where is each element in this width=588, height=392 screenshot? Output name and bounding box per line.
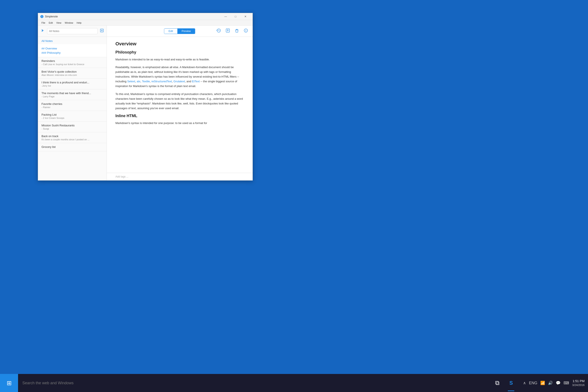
notes-list: All Notes ## Overview ### Philosophy Rem… [38,37,106,180]
taskbar-clock[interactable]: 1:51 PM 3/24/2016 [572,379,584,387]
menu-bar: File Edit View Window Help [38,20,252,26]
taskbar-search-input[interactable] [22,381,484,385]
start-button[interactable]: ⊞ [0,374,18,392]
tags-area: Add tags ... [107,173,252,180]
edit-tab[interactable]: Edit [164,28,177,34]
delete-icon-button[interactable] [234,27,240,35]
note-preview: - Larry Page [42,95,103,98]
list-item[interactable]: Favorite cherries - Rainier [38,100,106,111]
note-preview: - Rainier [42,106,103,108]
menu-help[interactable]: Help [75,20,83,26]
note-preview: -Jony Ive [42,84,103,87]
active-note-tag1: ## Overview [42,46,103,51]
content-area: Edit Preview [107,26,252,180]
taskbar: ⊞ ⧉ S ∧ ENG 📶 🔊 💬 ⌨ 1:51 PM 3/24/2016 [0,374,588,392]
content-heading2: Philosophy [116,50,244,54]
content-heading1: Overview [116,41,244,47]
link-atx[interactable]: atx [137,80,140,83]
note-title: Reminders [42,59,103,62]
list-item[interactable]: The moments that we have with friend... … [38,90,106,100]
sidebar-header [38,26,106,37]
window-title: Simplenote [45,15,221,18]
note-preview: - Call Lisa re: buying our ticket to Gre… [42,63,103,66]
all-notes-label: All Notes [42,39,53,42]
note-preview: It's been a couple months since I posted… [42,138,103,141]
title-bar: S Simplenote — □ ✕ [38,13,252,20]
active-note-item[interactable]: ## Overview ### Philosophy [38,44,106,57]
list-item[interactable]: I think there is a profound and enduri..… [38,79,106,90]
note-title: The moments that we have with friend... [42,92,103,95]
notification-icon[interactable]: 💬 [556,380,560,385]
taskbar-simplenote[interactable]: S [504,374,518,392]
note-preview: - Suogi [42,128,103,130]
link-ettext[interactable]: EtText [192,80,200,83]
link-grutatext[interactable]: Grutatext [174,80,185,83]
clock-time: 1:51 PM [572,379,584,383]
app-logo-icon: S [40,15,44,18]
history-icon-button[interactable] [216,27,222,35]
content-body: Overview Philosophy Markdown is intended… [107,37,252,173]
list-item[interactable]: Bret Victor's quote collection Alan Moor… [38,68,106,79]
list-item[interactable]: Mission Sushi Restaurants - Suogi [38,122,106,132]
all-notes-header: All Notes [38,37,106,44]
link-setext[interactable]: Setext [127,80,135,83]
simplenote-taskbar-icon: S [509,380,513,386]
preview-tab[interactable]: Preview [177,28,195,34]
taskbar-apps: ⧉ S [489,374,520,392]
maximize-button[interactable]: □ [230,13,240,20]
window-controls: — □ ✕ [221,13,250,20]
menu-file[interactable]: File [40,20,47,26]
svg-text:S: S [41,16,43,18]
volume-icon[interactable]: 🔊 [548,380,553,385]
note-title: Grocery list [42,145,103,148]
share-icon-button[interactable] [224,27,231,35]
taskbar-search-area [18,374,489,392]
info-icon-button[interactable] [243,27,249,35]
content-toolbar: Edit Preview [107,26,252,37]
menu-edit[interactable]: Edit [47,20,54,26]
taskbar-task-view[interactable]: ⧉ [491,374,504,392]
content-para2: Readability, however, is emphasized abov… [116,65,244,88]
content-heading3: Inline HTML [116,114,244,118]
content-para1: Markdown is intended to be as easy-to-re… [116,57,244,62]
clock-date: 3/24/2016 [572,383,584,387]
menu-view[interactable]: View [54,20,63,26]
note-title: Mission Sushi Restaurants [42,124,103,127]
search-input[interactable] [47,28,98,34]
windows-icon: ⊞ [7,380,12,387]
note-title: Packing List [42,113,103,116]
task-view-icon: ⧉ [495,380,500,387]
chevron-up-icon[interactable]: ∧ [523,380,526,385]
list-item[interactable]: Packing List - 2 Ice Cream Scoops [38,111,106,122]
list-item[interactable]: Grocery list [38,143,106,151]
close-button[interactable]: ✕ [240,13,250,20]
new-note-button[interactable] [100,28,104,34]
note-title: Back on track [42,134,103,138]
note-title: Bret Victor's quote collection [42,70,103,73]
note-preview: - 2 Ice Cream Scoops [42,117,103,119]
keyboard-icon[interactable]: ⌨ [564,380,569,385]
active-note-tag2: ### Philosophy [42,51,103,55]
content-para4: Markdown's syntax is intended for one pu… [116,121,244,126]
language-icon[interactable]: ENG [529,381,537,385]
list-item[interactable]: Reminders - Call Lisa re: buying our tic… [38,57,106,68]
menu-window[interactable]: Window [63,20,75,26]
minimize-button[interactable]: — [221,13,230,20]
app-window: S Simplenote — □ ✕ File Edit View Window… [38,13,253,180]
edit-preview-toggle: Edit Preview [164,28,195,34]
sidebar: All Notes ## Overview ### Philosophy Rem… [38,26,107,180]
svg-point-8 [246,30,246,30]
link-restructuredtext[interactable]: reStructuredText [151,80,172,83]
svg-rect-6 [236,30,238,32]
network-icon[interactable]: 📶 [540,380,545,385]
note-title: I think there is a profound and enduri..… [42,81,103,84]
main-area: All Notes ## Overview ### Philosophy Rem… [38,26,252,180]
link-textile[interactable]: Textile [142,80,150,83]
system-tray: ∧ ENG 📶 🔊 💬 ⌨ 1:51 PM 3/24/2016 [520,374,588,392]
content-para3: To this end, Markdown's syntax is compri… [116,92,244,111]
note-title: Favorite cherries [42,102,103,106]
back-button[interactable] [40,28,45,34]
note-preview: Alan Moore: interview on mtv.com [42,74,103,76]
tags-placeholder[interactable]: Add tags ... [116,175,128,178]
list-item[interactable]: Back on track It's been a couple months … [38,132,106,143]
